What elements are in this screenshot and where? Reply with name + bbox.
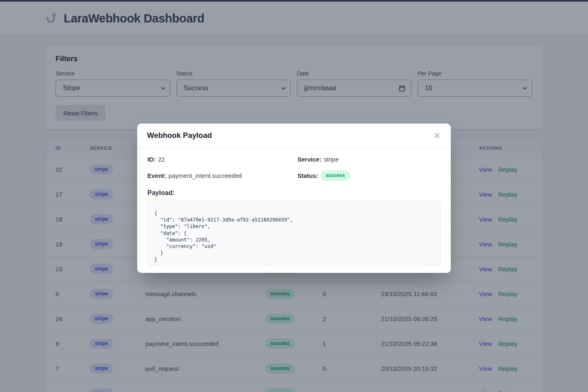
modal-field-event: Event: payment_intent.succeeded bbox=[147, 171, 291, 181]
modal-body: ID: 22 Service: stripe Event: payment_in… bbox=[137, 147, 451, 273]
field-label: Event: bbox=[147, 172, 166, 179]
modal-field-id: ID: 22 bbox=[147, 156, 291, 163]
field-value: stripe bbox=[324, 156, 339, 163]
payload-heading: Payload: bbox=[147, 189, 441, 197]
modal-header: Webhook Payload × bbox=[137, 124, 451, 147]
modal-field-status: Status: success bbox=[298, 171, 441, 181]
modal-field-service: Service: stripe bbox=[298, 156, 441, 163]
field-label: Status: bbox=[298, 172, 318, 179]
payload-json: { "id": "87a470e1-9217-3d9a-af92-a521802… bbox=[147, 201, 441, 266]
modal-title: Webhook Payload bbox=[147, 131, 212, 140]
field-label: ID: bbox=[147, 156, 156, 163]
close-icon[interactable]: × bbox=[433, 131, 441, 140]
field-value: payment_intent.succeeded bbox=[169, 172, 242, 179]
webhook-payload-modal: Webhook Payload × ID: 22 Service: stripe… bbox=[137, 124, 451, 273]
field-value: 22 bbox=[158, 156, 165, 163]
status-badge: success bbox=[321, 171, 350, 181]
field-label: Service: bbox=[298, 156, 321, 163]
